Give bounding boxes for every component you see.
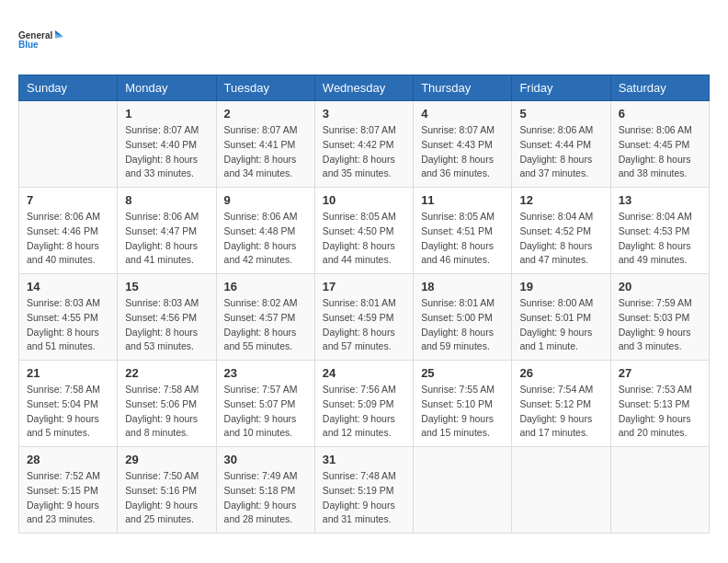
day-info: Sunrise: 7:54 AM Sunset: 5:12 PM Dayligh… bbox=[519, 383, 602, 441]
calendar-cell: 3Sunrise: 8:07 AM Sunset: 4:42 PM Daylig… bbox=[314, 101, 413, 188]
week-row-2: 7Sunrise: 8:06 AM Sunset: 4:46 PM Daylig… bbox=[19, 188, 710, 274]
day-info: Sunrise: 7:59 AM Sunset: 5:03 PM Dayligh… bbox=[619, 296, 701, 354]
day-number: 13 bbox=[619, 193, 701, 207]
day-number: 6 bbox=[619, 107, 701, 121]
calendar-cell bbox=[512, 447, 610, 534]
day-info: Sunrise: 8:03 AM Sunset: 4:55 PM Dayligh… bbox=[27, 296, 109, 354]
header-wednesday: Wednesday bbox=[314, 75, 413, 101]
day-number: 10 bbox=[323, 193, 405, 207]
calendar-cell: 4Sunrise: 8:07 AM Sunset: 4:43 PM Daylig… bbox=[414, 101, 512, 188]
calendar-cell: 29Sunrise: 7:50 AM Sunset: 5:16 PM Dayli… bbox=[118, 447, 216, 534]
day-number: 12 bbox=[519, 193, 602, 207]
svg-text:Blue: Blue bbox=[18, 40, 39, 50]
calendar-cell: 31Sunrise: 7:48 AM Sunset: 5:19 PM Dayli… bbox=[314, 447, 413, 534]
day-info: Sunrise: 8:06 AM Sunset: 4:44 PM Dayligh… bbox=[519, 123, 602, 181]
day-info: Sunrise: 8:07 AM Sunset: 4:40 PM Dayligh… bbox=[125, 123, 208, 181]
calendar-cell: 2Sunrise: 8:07 AM Sunset: 4:41 PM Daylig… bbox=[216, 101, 314, 188]
header-saturday: Saturday bbox=[610, 75, 709, 101]
day-number: 20 bbox=[619, 280, 701, 293]
day-info: Sunrise: 7:57 AM Sunset: 5:07 PM Dayligh… bbox=[224, 383, 307, 441]
day-number: 7 bbox=[27, 193, 109, 207]
calendar-cell bbox=[610, 447, 709, 534]
calendar-cell: 18Sunrise: 8:01 AM Sunset: 5:00 PM Dayli… bbox=[414, 274, 512, 361]
calendar-cell: 14Sunrise: 8:03 AM Sunset: 4:55 PM Dayli… bbox=[19, 274, 118, 361]
day-info: Sunrise: 8:07 AM Sunset: 4:43 PM Dayligh… bbox=[421, 123, 504, 181]
day-info: Sunrise: 7:52 AM Sunset: 5:15 PM Dayligh… bbox=[27, 469, 109, 527]
header-sunday: Sunday bbox=[19, 75, 118, 101]
calendar-cell: 19Sunrise: 8:00 AM Sunset: 5:01 PM Dayli… bbox=[512, 274, 610, 361]
calendar-cell: 21Sunrise: 7:58 AM Sunset: 5:04 PM Dayli… bbox=[19, 361, 118, 447]
calendar-cell: 16Sunrise: 8:02 AM Sunset: 4:57 PM Dayli… bbox=[216, 274, 314, 361]
week-row-1: 1Sunrise: 8:07 AM Sunset: 4:40 PM Daylig… bbox=[19, 101, 710, 188]
day-number: 14 bbox=[27, 280, 109, 293]
calendar-cell: 30Sunrise: 7:49 AM Sunset: 5:18 PM Dayli… bbox=[216, 447, 314, 534]
day-info: Sunrise: 8:02 AM Sunset: 4:57 PM Dayligh… bbox=[224, 296, 307, 354]
header-friday: Friday bbox=[512, 75, 610, 101]
calendar-cell: 13Sunrise: 8:04 AM Sunset: 4:53 PM Dayli… bbox=[610, 188, 709, 274]
calendar-cell: 11Sunrise: 8:05 AM Sunset: 4:51 PM Dayli… bbox=[414, 188, 512, 274]
calendar-table: SundayMondayTuesdayWednesdayThursdayFrid… bbox=[18, 75, 710, 534]
calendar-cell: 10Sunrise: 8:05 AM Sunset: 4:50 PM Dayli… bbox=[314, 188, 413, 274]
day-number: 30 bbox=[224, 453, 307, 466]
calendar-cell: 9Sunrise: 8:06 AM Sunset: 4:48 PM Daylig… bbox=[216, 188, 314, 274]
header-thursday: Thursday bbox=[414, 75, 512, 101]
logo-svg: General Blue bbox=[18, 18, 64, 60]
day-number: 25 bbox=[421, 366, 504, 380]
calendar-cell: 24Sunrise: 7:56 AM Sunset: 5:09 PM Dayli… bbox=[314, 361, 413, 447]
calendar-cell: 23Sunrise: 7:57 AM Sunset: 5:07 PM Dayli… bbox=[216, 361, 314, 447]
day-number: 31 bbox=[323, 453, 405, 466]
calendar-cell bbox=[414, 447, 512, 534]
calendar-cell bbox=[19, 101, 118, 188]
calendar-cell: 5Sunrise: 8:06 AM Sunset: 4:44 PM Daylig… bbox=[512, 101, 610, 188]
day-info: Sunrise: 8:06 AM Sunset: 4:48 PM Dayligh… bbox=[224, 210, 307, 268]
day-info: Sunrise: 8:01 AM Sunset: 4:59 PM Dayligh… bbox=[323, 296, 405, 354]
day-info: Sunrise: 8:04 AM Sunset: 4:53 PM Dayligh… bbox=[619, 210, 701, 268]
day-number: 21 bbox=[27, 366, 109, 380]
day-number: 28 bbox=[27, 453, 109, 466]
calendar-cell: 6Sunrise: 8:06 AM Sunset: 4:45 PM Daylig… bbox=[610, 101, 709, 188]
header-tuesday: Tuesday bbox=[216, 75, 314, 101]
calendar-cell: 7Sunrise: 8:06 AM Sunset: 4:46 PM Daylig… bbox=[19, 188, 118, 274]
day-number: 15 bbox=[125, 280, 208, 293]
day-number: 3 bbox=[323, 107, 405, 121]
day-number: 8 bbox=[125, 193, 208, 207]
calendar-cell: 20Sunrise: 7:59 AM Sunset: 5:03 PM Dayli… bbox=[610, 274, 709, 361]
day-number: 4 bbox=[421, 107, 504, 121]
day-info: Sunrise: 8:06 AM Sunset: 4:47 PM Dayligh… bbox=[125, 210, 208, 268]
day-number: 27 bbox=[619, 366, 701, 380]
day-info: Sunrise: 8:06 AM Sunset: 4:46 PM Dayligh… bbox=[27, 210, 109, 268]
day-number: 5 bbox=[519, 107, 602, 121]
calendar-cell: 26Sunrise: 7:54 AM Sunset: 5:12 PM Dayli… bbox=[512, 361, 610, 447]
day-info: Sunrise: 7:58 AM Sunset: 5:04 PM Dayligh… bbox=[27, 383, 109, 441]
calendar-cell: 1Sunrise: 8:07 AM Sunset: 4:40 PM Daylig… bbox=[118, 101, 216, 188]
day-number: 16 bbox=[224, 280, 307, 293]
day-info: Sunrise: 7:53 AM Sunset: 5:13 PM Dayligh… bbox=[619, 383, 701, 441]
calendar-cell: 28Sunrise: 7:52 AM Sunset: 5:15 PM Dayli… bbox=[19, 447, 118, 534]
day-info: Sunrise: 7:55 AM Sunset: 5:10 PM Dayligh… bbox=[421, 383, 504, 441]
logo: General Blue bbox=[18, 18, 64, 60]
week-row-5: 28Sunrise: 7:52 AM Sunset: 5:15 PM Dayli… bbox=[19, 447, 710, 534]
day-number: 26 bbox=[519, 366, 602, 380]
day-info: Sunrise: 8:06 AM Sunset: 4:45 PM Dayligh… bbox=[619, 123, 701, 181]
day-number: 22 bbox=[125, 366, 208, 380]
day-info: Sunrise: 8:07 AM Sunset: 4:42 PM Dayligh… bbox=[323, 123, 405, 181]
day-number: 19 bbox=[519, 280, 602, 293]
day-info: Sunrise: 8:05 AM Sunset: 4:51 PM Dayligh… bbox=[421, 210, 504, 268]
day-info: Sunrise: 8:05 AM Sunset: 4:50 PM Dayligh… bbox=[323, 210, 405, 268]
page-header: General Blue bbox=[18, 18, 710, 60]
calendar-header-row: SundayMondayTuesdayWednesdayThursdayFrid… bbox=[19, 75, 710, 101]
day-info: Sunrise: 8:04 AM Sunset: 4:52 PM Dayligh… bbox=[519, 210, 602, 268]
calendar-cell: 27Sunrise: 7:53 AM Sunset: 5:13 PM Dayli… bbox=[610, 361, 709, 447]
day-number: 2 bbox=[224, 107, 307, 121]
day-info: Sunrise: 7:58 AM Sunset: 5:06 PM Dayligh… bbox=[125, 383, 208, 441]
header-monday: Monday bbox=[118, 75, 216, 101]
day-info: Sunrise: 7:56 AM Sunset: 5:09 PM Dayligh… bbox=[323, 383, 405, 441]
calendar-cell: 15Sunrise: 8:03 AM Sunset: 4:56 PM Dayli… bbox=[118, 274, 216, 361]
calendar-cell: 22Sunrise: 7:58 AM Sunset: 5:06 PM Dayli… bbox=[118, 361, 216, 447]
day-number: 18 bbox=[421, 280, 504, 293]
day-number: 1 bbox=[125, 107, 208, 121]
week-row-3: 14Sunrise: 8:03 AM Sunset: 4:55 PM Dayli… bbox=[19, 274, 710, 361]
day-number: 29 bbox=[125, 453, 208, 466]
day-info: Sunrise: 7:49 AM Sunset: 5:18 PM Dayligh… bbox=[224, 469, 307, 527]
day-info: Sunrise: 8:00 AM Sunset: 5:01 PM Dayligh… bbox=[519, 296, 602, 354]
